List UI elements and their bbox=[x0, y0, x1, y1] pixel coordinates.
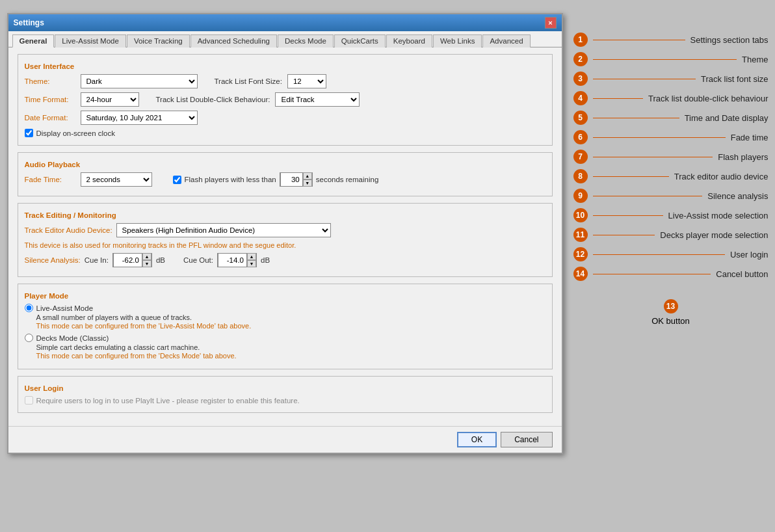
user-login-title: User Login bbox=[25, 384, 545, 392]
double-click-label: Track List Double-Click Behaviour: bbox=[156, 96, 270, 103]
annotation-10: 10 Live-Assist mode selection bbox=[573, 208, 768, 222]
audio-playback-title: Audio Playback bbox=[25, 161, 545, 168]
tab-general[interactable]: General bbox=[12, 34, 55, 47]
annotation-6: 6 Fade time bbox=[573, 130, 768, 144]
flash-label: Flash players with less than bbox=[185, 176, 276, 183]
tab-advanced[interactable]: Advanced bbox=[482, 34, 530, 47]
user-login-checkbox[interactable] bbox=[25, 396, 33, 405]
annotation-3: 3 Track list font size bbox=[573, 72, 768, 86]
double-click-select[interactable]: Edit Track Play Track bbox=[275, 92, 360, 107]
cue-out-unit: dB bbox=[261, 256, 270, 264]
silence-row: Silence Analysis: Cue In: ▲ ▼ dB Cue Out… bbox=[25, 253, 545, 267]
annotation-12: 12 User login bbox=[573, 247, 768, 261]
track-editing-section: Track Editing / Monitoring Track Editor … bbox=[18, 203, 553, 277]
font-size-label: Track List Font Size: bbox=[215, 77, 282, 85]
date-format-label: Date Format: bbox=[25, 114, 77, 122]
dialog-title: Settings bbox=[14, 18, 44, 27]
audio-device-row: Track Editor Audio Device: Speakers (Hig… bbox=[25, 223, 545, 237]
cancel-button[interactable]: Cancel bbox=[501, 432, 552, 447]
annotation-panel: 1 Settings section tabs 2 Theme 3 Track … bbox=[573, 13, 768, 326]
annotation-9: 9 Silence analysis bbox=[573, 189, 768, 203]
flash-increment-button[interactable]: ▲ bbox=[303, 172, 312, 180]
user-login-label: Require users to log in to use PlayIt Li… bbox=[36, 397, 300, 405]
annotation-14: 14 Cancel button bbox=[573, 267, 768, 281]
player-mode-title: Player Mode bbox=[25, 292, 545, 300]
font-size-select[interactable]: 12 14 16 bbox=[287, 74, 326, 88]
live-assist-note: This mode can be configured from the 'Li… bbox=[36, 322, 545, 330]
flash-seconds-spinner[interactable]: ▲ ▼ bbox=[280, 172, 313, 187]
live-assist-radio-row: Live-Assist Mode bbox=[25, 304, 545, 312]
live-assist-desc: A small number of players with a queue o… bbox=[36, 313, 545, 321]
fade-time-label: Fade Time: bbox=[25, 176, 77, 183]
annotation-4: 4 Track list double-click behaviour bbox=[573, 91, 768, 105]
fade-time-row: Fade Time: 2 seconds 1 second 3 seconds … bbox=[25, 172, 545, 187]
cue-out-label: Cue Out: bbox=[183, 256, 213, 264]
cue-in-label: Cue In: bbox=[85, 256, 109, 264]
cue-out-input[interactable] bbox=[218, 253, 247, 267]
cue-out-increment[interactable]: ▲ bbox=[247, 253, 256, 260]
flash-row: Flash players with less than ▲ ▼ seconds… bbox=[173, 172, 379, 187]
close-button[interactable]: × bbox=[545, 17, 557, 29]
tab-live-assist-mode[interactable]: Live-Assist Mode bbox=[55, 34, 126, 47]
cue-in-decrement[interactable]: ▼ bbox=[142, 260, 151, 267]
time-format-row: Time Format: 24-hour 12-hour Track List … bbox=[25, 92, 545, 107]
clock-checkbox-label: Display on-screen clock bbox=[36, 129, 115, 137]
decks-radio-label: Decks Mode (Classic) bbox=[36, 334, 109, 342]
theme-row: Theme: Dark Light Track List Font Size: … bbox=[25, 74, 545, 88]
clock-checkbox[interactable] bbox=[25, 129, 33, 137]
date-format-row: Date Format: Saturday, 10 July 2021 bbox=[25, 111, 545, 125]
annotation-7: 7 Flash players bbox=[573, 150, 768, 164]
tab-web-links[interactable]: Web Links bbox=[433, 34, 482, 47]
clock-checkbox-row: Display on-screen clock bbox=[25, 129, 545, 137]
user-login-checkbox-row: Require users to log in to use PlayIt Li… bbox=[25, 396, 545, 405]
audio-device-select[interactable]: Speakers (High Definition Audio Device) bbox=[116, 223, 331, 237]
tab-voice-tracking[interactable]: Voice Tracking bbox=[127, 34, 190, 47]
theme-select[interactable]: Dark Light bbox=[81, 74, 198, 88]
live-assist-radio-label: Live-Assist Mode bbox=[36, 304, 94, 312]
annotation-11: 11 Decks player mode selection bbox=[573, 228, 768, 242]
cue-in-input[interactable] bbox=[113, 253, 142, 267]
date-format-select[interactable]: Saturday, 10 July 2021 bbox=[81, 111, 198, 125]
tabs-bar: General Live-Assist Mode Voice Tracking … bbox=[8, 31, 562, 47]
cue-out-decrement[interactable]: ▼ bbox=[247, 260, 256, 267]
tab-keyboard[interactable]: Keyboard bbox=[386, 34, 432, 47]
player-mode-section: Player Mode Live-Assist Mode A small num… bbox=[18, 284, 553, 369]
user-login-section: User Login Require users to log in to us… bbox=[18, 376, 553, 413]
annotation-8: 8 Track editor audio device bbox=[573, 169, 768, 183]
annotation-13-group: 13 OK button bbox=[573, 299, 768, 326]
flash-decrement-button[interactable]: ▼ bbox=[303, 180, 312, 187]
annotation-1: 1 Settings section tabs bbox=[573, 33, 768, 47]
ok-button[interactable]: OK bbox=[457, 432, 497, 447]
title-bar: Settings × bbox=[8, 14, 562, 31]
decks-radio-row: Decks Mode (Classic) bbox=[25, 334, 545, 342]
flash-suffix: seconds remaining bbox=[316, 176, 379, 183]
settings-dialog: Settings × General Live-Assist Mode Voic… bbox=[7, 13, 563, 454]
flash-checkbox[interactable] bbox=[173, 176, 181, 184]
audio-device-label: Track Editor Audio Device: bbox=[25, 226, 112, 234]
fade-time-select[interactable]: 2 seconds 1 second 3 seconds bbox=[81, 172, 152, 187]
time-format-select[interactable]: 24-hour 12-hour bbox=[81, 92, 139, 107]
theme-label: Theme: bbox=[25, 77, 77, 85]
dialog-footer: OK Cancel bbox=[8, 426, 562, 453]
user-interface-title: User Interface bbox=[25, 62, 545, 70]
track-editing-title: Track Editing / Monitoring bbox=[25, 211, 545, 219]
cue-in-unit: dB bbox=[156, 256, 165, 264]
annotation-2: 2 Theme bbox=[573, 52, 768, 66]
cue-in-increment[interactable]: ▲ bbox=[142, 253, 151, 260]
tab-quickcarts[interactable]: QuickCarts bbox=[334, 34, 386, 47]
user-interface-section: User Interface Theme: Dark Light Track L… bbox=[18, 54, 553, 146]
cue-out-spinner[interactable]: ▲ ▼ bbox=[217, 253, 257, 267]
decks-note: This mode can be configured from the 'De… bbox=[36, 352, 545, 360]
annotation-13-label: OK button bbox=[651, 316, 690, 326]
decks-desc: Simple cart decks emulating a classic ca… bbox=[36, 343, 545, 351]
decks-radio[interactable] bbox=[25, 334, 33, 342]
tab-decks-mode[interactable]: Decks Mode bbox=[278, 34, 334, 47]
cue-in-spinner[interactable]: ▲ ▼ bbox=[112, 253, 152, 267]
audio-playback-section: Audio Playback Fade Time: 2 seconds 1 se… bbox=[18, 152, 553, 196]
time-format-label: Time Format: bbox=[25, 96, 77, 103]
annotation-5: 5 Time and Date display bbox=[573, 111, 768, 125]
flash-seconds-input[interactable] bbox=[280, 172, 303, 187]
device-note: This device is also used for monitoring … bbox=[25, 241, 545, 249]
live-assist-radio[interactable] bbox=[25, 304, 33, 312]
tab-advanced-scheduling[interactable]: Advanced Scheduling bbox=[190, 34, 277, 47]
